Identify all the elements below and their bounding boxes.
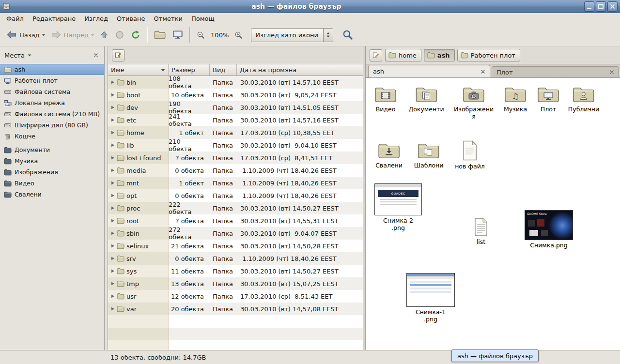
table-row[interactable]: lib210 обектаПапка30.03.2010 (вт) 9,04,1… [108,139,363,152]
column-header-date[interactable]: Дата на промяна [237,64,363,76]
expander-icon[interactable] [111,131,115,135]
table-row[interactable]: usr12 обектаПапка17.03.2010 (ср) 8,51,43… [108,290,363,303]
expander-icon[interactable] [111,269,115,273]
table-row[interactable]: dev190 обектаПапка30.03.2010 (вт) 14,51,… [108,101,363,114]
sidebar-item[interactable]: Видео [0,178,104,189]
expander-icon[interactable] [111,219,115,223]
icon-item[interactable]: list [473,217,489,245]
icon-item[interactable]: Свалени [375,141,403,169]
icon-view[interactable]: ВидеоДокументиИзображения♫МузикаПлотПубл… [366,78,620,350]
minimize-button[interactable] [584,1,594,12]
table-row[interactable]: proc222 обектаПапка30.03.2010 (вт) 14,50… [108,202,363,214]
menu-item[interactable]: Отметки [149,14,186,23]
menu-item[interactable]: Изглед [80,14,112,23]
expander-icon[interactable] [111,168,115,172]
icon-item[interactable]: Изображения [453,85,494,120]
table-row[interactable]: root? обектаПапка30.03.2010 (вт) 14,55,3… [108,214,363,227]
icon-item[interactable]: Публични [568,85,599,113]
sidebar-item[interactable]: Документи [0,144,104,155]
sidebar-item[interactable]: Изображения [0,167,104,178]
zoom-in-button[interactable] [231,26,246,44]
expander-icon[interactable] [111,307,115,311]
table-row[interactable]: mnt1 обектПапка 1.10.2009 (чт) 18,40,26 … [108,177,363,189]
expander-icon[interactable] [111,118,115,122]
expander-icon[interactable] [111,244,115,248]
zoom-out-button[interactable] [193,26,208,44]
expander-icon[interactable] [111,294,115,298]
table-row[interactable]: opt0 обектаПапка 1.10.2009 (чт) 18,40,26… [108,189,363,202]
combo-spin-icon[interactable] [323,29,333,42]
icon-item[interactable]: GNOME StoreСнимка.png [525,210,573,249]
pane-splitter[interactable] [105,46,108,350]
expander-icon[interactable] [111,206,115,210]
reload-button[interactable] [127,26,144,44]
sidebar-item[interactable]: Файлова система [0,86,104,97]
expander-icon[interactable] [111,282,115,286]
icon-item[interactable]: ♫Музика [504,85,527,113]
stop-button[interactable] [112,26,127,44]
toggle-location-entry-button[interactable] [370,49,382,61]
toggle-location-entry-button[interactable] [112,49,124,61]
icon-item[interactable]: Снимка-1.png [406,273,455,323]
maximize-button[interactable] [596,1,606,12]
sidebar-item[interactable]: Работен плот [0,75,104,86]
sidebar-item[interactable]: Локална мрежа [0,97,104,108]
up-button[interactable] [96,26,112,44]
sidebar-item[interactable]: Свалени [0,189,104,200]
table-row[interactable]: var20 обектаПапка30.03.2010 (вт) 14,57,0… [108,303,363,315]
sidebar-item[interactable]: Музика [0,155,104,167]
menu-item[interactable]: Файл [2,14,28,23]
search-button[interactable] [339,26,356,44]
forward-history-chevron-icon[interactable] [91,34,94,36]
path-button[interactable]: home [385,49,421,61]
expander-icon[interactable] [111,156,115,160]
sidebar-item[interactable]: Шифриран дял (80 GB) [0,120,104,131]
table-row[interactable]: home1 обектПапка17.03.2010 (ср) 10,38,55… [108,126,363,139]
menu-item[interactable]: Редактиране [28,14,80,23]
icon-item[interactable]: GUADECСнимка-2.png [374,183,422,231]
table-row[interactable]: selinux21 обектаПапка30.03.2010 (вт) 14,… [108,240,363,252]
table-row[interactable]: boot10 обектаПапка30.03.2010 (вт) 9,05,2… [108,89,363,101]
titlebar[interactable]: ash — файлов браузър [0,0,620,13]
column-header-size[interactable]: Размер [169,64,210,76]
expander-icon[interactable] [111,80,115,84]
table-row[interactable]: sbin272 обектаПапка30.03.2010 (вт) 9,04,… [108,227,363,240]
table-row[interactable]: lost+found? обектаПапка17.03.2010 (ср) 8… [108,152,363,164]
expander-icon[interactable] [111,231,115,235]
icon-item[interactable]: Плот [537,85,560,113]
back-history-chevron-icon[interactable] [42,34,46,36]
table-row[interactable]: srv0 обектаПапка 1.10.2009 (чт) 18,40,26… [108,252,363,265]
close-button[interactable] [607,1,618,12]
expander-icon[interactable] [111,106,115,109]
back-button[interactable]: Назад [3,26,43,44]
tab-close-button[interactable] [609,70,614,75]
expander-icon[interactable] [111,93,115,97]
expander-icon[interactable] [111,181,115,185]
table-row[interactable]: etc241 обектаПапка30.03.2010 (вт) 14,57,… [108,114,363,126]
icon-item[interactable]: нов файл [455,140,485,170]
icon-item[interactable]: Документи [408,85,444,113]
sidebar-item[interactable]: Кошче [0,131,104,142]
tab-close-button[interactable] [480,69,485,74]
table-row[interactable]: bin108 обектаПапка30.03.2010 (вт) 14,57,… [108,76,363,89]
menu-item[interactable]: Помощ [187,14,219,23]
icon-item[interactable]: Шаблони [414,141,444,169]
sidebar-item[interactable]: ash [0,64,104,75]
table-row[interactable]: sys11 обектаПапка30.03.2010 (вт) 14,50,2… [108,265,363,277]
icon-item[interactable]: Видео [374,85,397,113]
expander-icon[interactable] [111,194,115,197]
computer-button[interactable] [169,26,186,44]
table-row[interactable]: media0 обектаПапка 1.10.2009 (чт) 18,40,… [108,164,363,177]
tab[interactable]: ash [368,65,490,77]
sidebar-item[interactable]: Файлова система (210 MB) [0,108,104,120]
tab[interactable]: Плот [492,66,619,77]
places-close-button[interactable] [92,51,100,60]
view-mode-select[interactable]: Изглед като икони [251,28,333,42]
table-row[interactable]: tmp13 обектаПапка30.03.2010 (вт) 15,07,2… [108,277,363,290]
forward-button[interactable]: Напред [47,26,92,44]
home-button[interactable] [151,26,169,44]
column-header-type[interactable]: Вид [210,64,237,76]
expander-icon[interactable] [111,143,115,147]
expander-icon[interactable] [111,257,115,260]
places-dropdown-icon[interactable] [28,54,31,57]
